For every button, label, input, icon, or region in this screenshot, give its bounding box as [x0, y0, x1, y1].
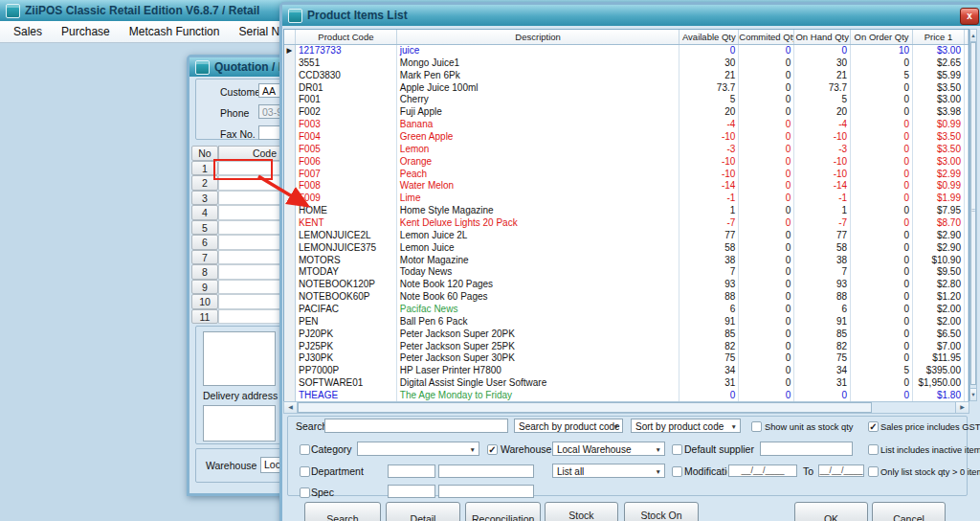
reconciliation-button[interactable]: Reconciliation [465, 502, 541, 521]
stock-on-order-button[interactable]: Stock On Order [624, 502, 699, 521]
product-window-titlebar[interactable]: Product Items List [282, 5, 980, 26]
cell-on-order-qty: 0 [851, 352, 913, 365]
delivery-address-textarea[interactable] [203, 405, 276, 442]
table-row[interactable]: PACIFACPacifac News6060$2.00 [284, 304, 969, 316]
modification-label: Modificatior [684, 465, 727, 477]
table-row[interactable]: 3551Mongo Juice1300300$2.65 [284, 57, 969, 70]
row-indicator [284, 352, 296, 365]
department-checkbox[interactable] [300, 466, 310, 477]
gst-checkbox[interactable]: ✓ [868, 421, 879, 432]
table-row[interactable]: MTODAYToday News7070$9.50 [284, 266, 969, 279]
inactive-checkbox[interactable] [868, 444, 879, 455]
spec-code-field[interactable] [388, 485, 435, 498]
department-name-field[interactable] [438, 464, 534, 478]
table-row[interactable]: HOMEHome Style Magazine1010$7.95 [284, 205, 969, 217]
modification-date-to[interactable]: __/__/____ [818, 464, 864, 477]
cell-price-1: $11.95 [913, 352, 965, 365]
table-row[interactable]: F008Water Melon-140-140$0.99 [284, 180, 969, 193]
sort-by-dropdown[interactable]: Sort by product code▼ [631, 419, 741, 433]
search-button[interactable]: Search [304, 502, 381, 521]
row-number-cell[interactable]: 8 [191, 264, 218, 280]
stock-committed-button[interactable]: Stock Committed [545, 502, 618, 521]
default-supplier-field[interactable] [760, 442, 853, 456]
row-number-cell[interactable]: 3 [191, 191, 218, 206]
table-row[interactable]: NOTEBOOK60PNote Book 60 Pages880880$1.20 [284, 291, 969, 304]
row-number-cell[interactable]: 9 [191, 280, 218, 295]
cell-product-code: 3551 [296, 57, 397, 70]
department-code-field[interactable] [388, 464, 435, 478]
row-number-cell[interactable]: 4 [191, 205, 218, 220]
table-row[interactable]: SOFTWARE01Digital Assist Single User Sof… [284, 377, 969, 390]
scroll-left-icon[interactable]: ◀ [284, 402, 298, 413]
cell-on-hand-qty: 38 [794, 255, 851, 267]
dropdown-arrow-icon: ▼ [613, 423, 619, 430]
spec-name-field[interactable] [438, 485, 534, 498]
show-unit-checkbox[interactable] [751, 421, 762, 432]
table-row[interactable]: LEMONJUICE2LLemon Juice 2L770770$2.90 [284, 230, 969, 242]
table-row[interactable]: F006Orange-100-100$3.00 [284, 156, 969, 169]
table-row[interactable]: F003Banana-40-40$0.99 [284, 119, 969, 131]
horizontal-scrollbar[interactable]: ◀ ▶ [283, 401, 969, 414]
table-row[interactable]: CCD3830Mark Pen 6Pk210215$5.99 [284, 70, 969, 82]
table-row[interactable]: F002Fuji Apple200200$3.98 [284, 106, 969, 119]
table-row[interactable]: ▶12173733juice00010$3.00 [284, 45, 969, 57]
table-row[interactable]: PJ30PKPeter Jackson Super 30PK750750$11.… [284, 352, 969, 365]
table-row[interactable]: THEAGEThe Age Monday to Friday0000$1.80 [284, 390, 969, 402]
table-row[interactable]: DR01Apple Juice 100ml73.7073.70$3.50 [284, 82, 969, 95]
scroll-right-icon[interactable]: ▶ [955, 402, 969, 413]
column-header-available-qty[interactable]: Available Qty [679, 30, 739, 44]
table-row[interactable]: KENTKent Deluxe Lights 20 Pack-70-70$8.7… [284, 217, 969, 230]
vertical-scrollbar-thumb[interactable]: = [970, 42, 976, 385]
table-row[interactable]: F001Cherry5050$3.00 [284, 94, 969, 106]
table-row[interactable]: F007Peach-100-100$2.99 [284, 169, 969, 181]
table-row[interactable]: PP7000PHP Laser Printer H7800340345$395.… [284, 365, 969, 377]
list-all-dropdown[interactable]: List all▼ [552, 464, 665, 478]
menu-item-purchase[interactable]: Purchase [52, 25, 120, 38]
horizontal-scrollbar-thumb[interactable] [298, 402, 872, 413]
row-number-cell[interactable]: 6 [191, 235, 218, 250]
table-row[interactable]: F005Lemon-30-30$3.50 [284, 144, 969, 156]
table-row[interactable]: PENBall Pen 6 Pack910910$2.00 [284, 316, 969, 328]
table-row[interactable]: LEMONJUICE375Lemon Juice580580$2.90 [284, 242, 969, 255]
row-number-cell[interactable]: 10 [191, 294, 218, 309]
category-dropdown[interactable]: ▼ [357, 442, 479, 456]
detail-button[interactable]: Detail [386, 502, 460, 521]
address-textarea[interactable] [203, 331, 276, 386]
column-header-price-1[interactable]: Price 1 [913, 30, 965, 44]
search-input[interactable] [324, 419, 508, 433]
cancel-button[interactable]: Cancel [872, 502, 946, 521]
table-row[interactable]: PJ20PKPeter Jackson Super 20PK850850$6.5… [284, 328, 969, 341]
row-number-cell[interactable]: 5 [191, 220, 218, 236]
modification-date-from[interactable]: __/__/____ [728, 464, 797, 477]
default-supplier-checkbox[interactable] [672, 444, 682, 455]
table-row[interactable]: NOTEBOOK120PNote Book 120 Pages930930$2.… [284, 279, 969, 291]
category-checkbox[interactable] [300, 444, 310, 455]
spec-checkbox[interactable] [300, 487, 310, 498]
ok-button[interactable]: OK [794, 502, 868, 521]
column-header-on-hand-qty[interactable]: On Hand Qty [794, 30, 851, 44]
column-header-product-code[interactable]: Product Code [296, 30, 397, 44]
only-stock-checkbox[interactable] [868, 466, 879, 477]
scroll-up-icon[interactable]: ▲ [970, 30, 976, 42]
row-number-cell[interactable]: 7 [191, 250, 218, 265]
cell-on-hand-qty: -10 [794, 156, 851, 169]
table-row[interactable]: F004Green Apple-100-100$3.50 [284, 131, 969, 144]
column-header-on-order-qty[interactable]: On Order Qty [851, 30, 913, 44]
menu-item-sales[interactable]: Sales [4, 25, 52, 38]
cell-price-1: $9.50 [913, 266, 965, 279]
row-number-cell[interactable]: 11 [191, 309, 218, 325]
table-row[interactable]: F009Lime-10-10$1.99 [284, 193, 969, 205]
modification-checkbox[interactable] [672, 466, 682, 477]
vertical-scrollbar[interactable]: ▲ = ▼ [969, 29, 977, 401]
table-row[interactable]: MOTORSMotor Magazine380380$10.90 [284, 255, 969, 267]
search-by-dropdown[interactable]: Search by product code▼ [514, 419, 623, 433]
scroll-down-icon[interactable]: ▼ [970, 388, 976, 400]
column-header-commited-qty[interactable]: Commited Qty [739, 30, 794, 44]
app-icon [6, 4, 20, 18]
table-row[interactable]: PJ25PKPeter Jackson Super 25PK820820$7.0… [284, 341, 969, 353]
close-button[interactable]: x [960, 8, 979, 25]
warehouse-dropdown[interactable]: Local Warehouse▼ [552, 442, 665, 456]
warehouse-checkbox[interactable]: ✓ [487, 444, 498, 455]
column-header-description[interactable]: Description [397, 30, 680, 44]
menu-item-metcash-function[interactable]: Metcash Function [120, 25, 230, 38]
